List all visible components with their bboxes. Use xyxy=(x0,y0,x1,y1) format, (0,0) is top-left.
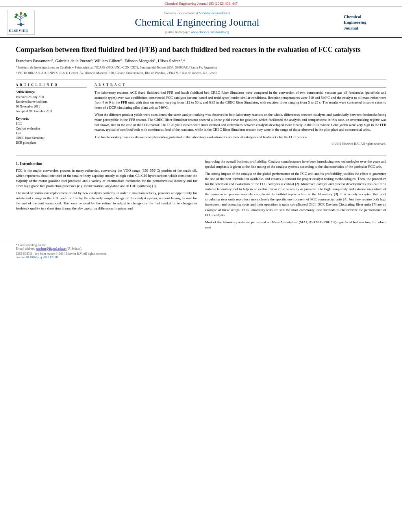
abstract-text: The laboratory reactors ACE fixed fluidi… xyxy=(94,90,386,139)
section-heading-text: Introduction xyxy=(20,161,43,166)
intro-right-p2: The strong impact of the catalyst on the… xyxy=(205,171,387,217)
corr-author-label: * Corresponding author. xyxy=(16,243,46,247)
svg-point-7 xyxy=(15,16,17,18)
intro-body-text-left: FCC is the major conversion process in m… xyxy=(16,168,197,211)
footer-doi-section: 1385-8947/$ – see front matter © 2011 El… xyxy=(16,252,386,259)
authors-line: Francisco Passamontiᵃ, Gabriela de la Pu… xyxy=(16,58,386,63)
footer-email-link[interactable]: usedran@fiq.unl.edu.ar xyxy=(36,247,67,250)
keyword-4: CREC Riser Simulator xyxy=(16,136,87,141)
journal-homepage: journal homepage: www.elsevier.com/locat… xyxy=(54,30,340,34)
svg-point-9 xyxy=(15,13,18,16)
abstract-p1: The laboratory reactors ACE fixed fluidi… xyxy=(94,90,386,110)
keywords-list: FCC Catalyst evaluation FFB CREC Riser S… xyxy=(16,122,87,145)
intro-right-p1: improving the overall business profitabi… xyxy=(205,159,387,169)
keyword-5: DCR pilot plant xyxy=(16,141,87,145)
journal-header-center: Contents lists available at SciVerse Sci… xyxy=(50,11,344,34)
keyword-2: Catalyst evaluation xyxy=(16,126,87,131)
article-info-abstract: A R T I C L E I N F O Article history: R… xyxy=(16,83,386,149)
keyword-1: FCC xyxy=(16,122,87,126)
journal-citation-bar: Chemical Engineering Journal 183 (2012) … xyxy=(0,0,402,7)
abstract-p3: The two laboratory reactors showed compl… xyxy=(94,135,386,140)
svg-line-3 xyxy=(17,18,21,20)
footer-doi-link[interactable]: doi:10.1016/j.cej.2011.12.081 xyxy=(20,256,58,259)
article-history: Article history: Received 28 July 2011 R… xyxy=(16,90,87,114)
journal-header: ELSEVIER Contents lists available at Sci… xyxy=(0,7,402,38)
intro-left-p2: The need of continuous replacement of ol… xyxy=(16,191,197,211)
right-column-abstract: A B S T R A C T The laboratory reactors … xyxy=(94,83,386,149)
journal-title-right: Chemical Engineering Journal xyxy=(344,14,395,31)
keyword-3: FFB xyxy=(16,131,87,136)
intro-body-text-right: improving the overall business profitabi… xyxy=(205,159,387,230)
affiliations: ᵃ Instituto de Investigaciones en Catáli… xyxy=(16,65,386,76)
received-date: Received 28 July 2011 xyxy=(16,95,87,100)
sciverse-line: Contents lists available at SciVerse Sci… xyxy=(54,11,340,15)
article-info-header: A R T I C L E I N F O xyxy=(16,83,87,88)
section-num: 1. xyxy=(16,161,19,166)
intro-left-p1: FCC is the major conversion process in m… xyxy=(16,168,197,189)
affiliation-a: ᵃ Instituto de Investigaciones en Catáli… xyxy=(16,65,386,70)
elsevier-wordmark: ELSEVIER xyxy=(9,29,33,33)
divider-2 xyxy=(16,156,386,156)
accepted-date: Accepted 20 December 2011 xyxy=(16,109,87,114)
received-revised-label: Received in revised form xyxy=(16,100,87,104)
footer-issn: 1385-8947/$ – see front matter © 2011 El… xyxy=(16,252,107,256)
left-column: A R T I C L E I N F O Article history: R… xyxy=(16,83,87,149)
abstract-p2: When the different product yields were c… xyxy=(94,112,386,132)
journal-citation-text: Chemical Engineering Journal 183 (2012) … xyxy=(165,2,237,6)
footer-email-label: E-mail address: xyxy=(16,247,35,250)
svg-point-10 xyxy=(24,13,26,15)
abstract-header: A B S T R A C T xyxy=(94,83,386,88)
elsevier-tree-icon xyxy=(9,12,33,28)
copyright-line: © 2011 Elsevier B.V. All rights reserved… xyxy=(94,142,386,146)
elsevier-logo-box: ELSEVIER xyxy=(7,10,35,35)
article-title: Comparison between fixed fluidized bed (… xyxy=(16,45,386,54)
affiliation-b: ᵇ PETROBRAS S.A./CENPES, R & D Center, A… xyxy=(16,71,386,76)
received-revised-date: 10 November 2011 xyxy=(16,104,87,109)
main-content: Comparison between fixed fluidized bed (… xyxy=(0,38,402,236)
page-footer: * Corresponding author. E-mail address: … xyxy=(0,240,402,262)
divider-1 xyxy=(16,80,386,80)
article-history-title: Article history: xyxy=(16,90,87,94)
svg-line-5 xyxy=(17,15,21,18)
footer-email-suffix: (U. Sedran). xyxy=(67,247,82,250)
journal-homepage-link[interactable]: www.elsevier.com/locate/cej xyxy=(191,30,229,34)
keywords-section: Keywords: FCC Catalyst evaluation FFB CR… xyxy=(16,117,87,145)
journal-title-small: Chemical Engineering Journal xyxy=(344,14,395,31)
svg-line-6 xyxy=(21,15,24,17)
intro-right-p3: Most of the laboratory tests are perform… xyxy=(205,220,387,230)
article-info-section: A R T I C L E I N F O Article history: R… xyxy=(16,83,87,145)
journal-title: Chemical Engineering Journal xyxy=(54,17,340,28)
body-left-column: 1. Introduction FCC is the major convers… xyxy=(16,159,197,232)
body-right-column: improving the overall business profitabi… xyxy=(205,159,387,232)
svg-rect-1 xyxy=(17,24,24,25)
footer-doi-label: doi: xyxy=(16,256,20,259)
section-1-heading: 1. Introduction xyxy=(16,161,197,166)
keywords-title: Keywords: xyxy=(16,117,87,120)
elsevier-logo-container: ELSEVIER xyxy=(7,10,50,35)
footer-footnotes: * Corresponding author. E-mail address: … xyxy=(16,243,386,250)
sciverse-link[interactable]: SciVerse ScienceDirect xyxy=(199,11,230,15)
article-history-items: Received 28 July 2011 Received in revise… xyxy=(16,95,87,114)
body-two-col: 1. Introduction FCC is the major convers… xyxy=(16,159,386,232)
